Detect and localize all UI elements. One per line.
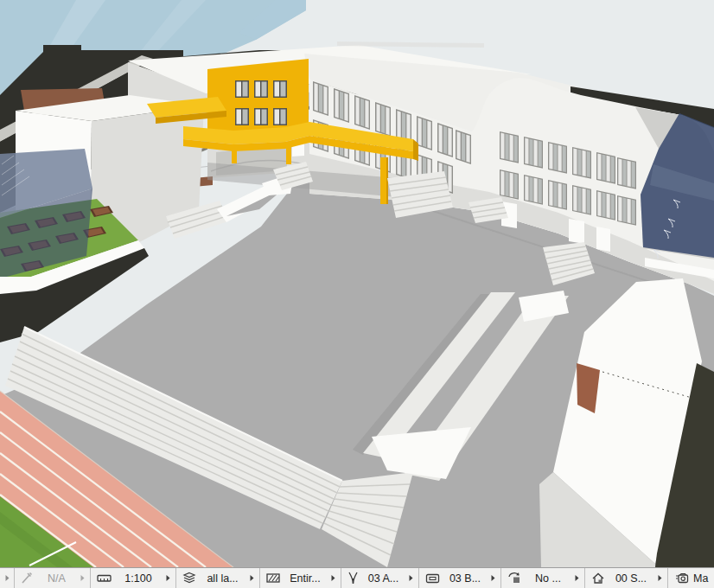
chevron-right-icon: [657, 574, 663, 582]
scale-value: 1:100: [116, 572, 161, 585]
quick-option-scale[interactable]: 1:100: [91, 568, 176, 588]
archicad-window: N/A 1:100 all la...: [0, 0, 714, 588]
chevron-right-icon: [490, 574, 496, 582]
chevron-right-icon: [4, 574, 10, 582]
hatched-view-icon: [266, 572, 280, 585]
chevron-right-icon: [80, 574, 86, 582]
pen-set-icon: [21, 572, 34, 585]
pen-color-value: 03 A...: [363, 572, 404, 585]
pen-set-value: N/A: [38, 572, 75, 585]
layers-icon: [182, 572, 196, 585]
model-view-options-value: Entir...: [284, 572, 326, 585]
chevron-right-icon: [330, 574, 336, 582]
camera-icon: [674, 572, 689, 585]
chevron-right-icon: [165, 574, 171, 582]
canopy-column: [286, 147, 291, 164]
chevron-right-icon: [408, 574, 414, 582]
layer-combination-value: all la...: [201, 572, 245, 585]
renovation-icon: [507, 572, 522, 585]
frame-icon: [425, 572, 440, 585]
quick-option-pen-color[interactable]: 03 A...: [341, 568, 419, 588]
3d-viewport[interactable]: [0, 0, 714, 567]
quick-option-home-story[interactable]: 00 S...: [585, 568, 668, 588]
pen-nib-icon: [347, 572, 359, 585]
quick-option-renovation-filter[interactable]: No ...: [501, 568, 585, 588]
canopy-column: [232, 147, 237, 163]
quick-option-marker-style[interactable]: 03 B...: [419, 568, 501, 588]
3d-model-view[interactable]: [0, 0, 714, 567]
marker-style-value: 03 B...: [444, 572, 486, 585]
quick-option-model-view-options[interactable]: Entir...: [260, 568, 341, 588]
quick-option-camera-set[interactable]: Ma: [668, 568, 714, 588]
ruler-icon: [97, 572, 112, 585]
quick-option-pen-set[interactable]: N/A: [15, 568, 91, 588]
renovation-filter-value: No ...: [526, 572, 570, 585]
home-story-icon: [591, 572, 605, 585]
camera-set-value: Ma: [693, 572, 710, 585]
quick-options-expander[interactable]: [0, 568, 15, 588]
chevron-right-icon: [249, 574, 255, 582]
quick-options-bar: N/A 1:100 all la...: [0, 567, 714, 588]
quick-option-layer-combination[interactable]: all la...: [176, 568, 260, 588]
home-story-value: 00 S...: [609, 572, 653, 585]
chevron-right-icon: [574, 574, 580, 582]
